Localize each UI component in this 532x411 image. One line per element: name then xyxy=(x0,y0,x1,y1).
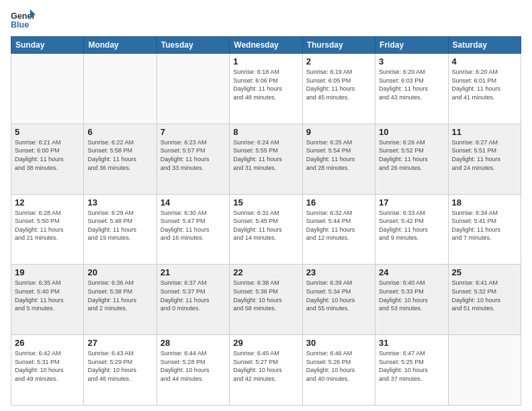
day-info: Sunrise: 6:18 AM Sunset: 6:06 PM Dayligh… xyxy=(233,68,298,101)
calendar-cell: 22Sunrise: 6:38 AM Sunset: 5:36 PM Dayli… xyxy=(230,265,302,335)
calendar-cell xyxy=(448,335,521,406)
weekday-header-row: SundayMondayTuesdayWednesdayThursdayFrid… xyxy=(11,37,521,54)
weekday-saturday: Saturday xyxy=(448,37,521,54)
calendar-cell: 25Sunrise: 6:41 AM Sunset: 5:32 PM Dayli… xyxy=(448,265,521,335)
day-number: 11 xyxy=(452,127,517,137)
day-info: Sunrise: 6:47 AM Sunset: 5:25 PM Dayligh… xyxy=(379,349,444,383)
day-info: Sunrise: 6:33 AM Sunset: 5:42 PM Dayligh… xyxy=(379,209,444,242)
calendar-week-2: 5Sunrise: 6:21 AM Sunset: 6:00 PM Daylig… xyxy=(11,124,521,194)
generalblue-logo-icon: General Blue xyxy=(11,8,35,32)
weekday-monday: Monday xyxy=(84,37,157,54)
day-number: 15 xyxy=(233,197,298,208)
weekday-wednesday: Wednesday xyxy=(230,37,302,54)
weekday-thursday: Thursday xyxy=(302,37,375,54)
day-number: 17 xyxy=(379,197,444,208)
day-number: 19 xyxy=(15,267,80,277)
calendar-cell: 23Sunrise: 6:39 AM Sunset: 5:34 PM Dayli… xyxy=(302,265,375,335)
calendar-cell: 21Sunrise: 6:37 AM Sunset: 5:37 PM Dayli… xyxy=(157,265,229,335)
day-info: Sunrise: 6:20 AM Sunset: 6:01 PM Dayligh… xyxy=(452,68,517,101)
calendar-cell: 26Sunrise: 6:42 AM Sunset: 5:31 PM Dayli… xyxy=(11,335,84,406)
day-info: Sunrise: 6:22 AM Sunset: 5:58 PM Dayligh… xyxy=(87,138,152,172)
calendar-cell: 19Sunrise: 6:35 AM Sunset: 5:40 PM Dayli… xyxy=(11,265,84,335)
calendar-cell: 6Sunrise: 6:22 AM Sunset: 5:58 PM Daylig… xyxy=(84,124,157,194)
day-info: Sunrise: 6:38 AM Sunset: 5:36 PM Dayligh… xyxy=(233,279,298,312)
day-number: 13 xyxy=(87,197,152,208)
day-number: 12 xyxy=(15,197,80,208)
day-info: Sunrise: 6:30 AM Sunset: 5:47 PM Dayligh… xyxy=(161,209,226,242)
calendar-cell: 28Sunrise: 6:44 AM Sunset: 5:28 PM Dayli… xyxy=(157,335,229,406)
day-info: Sunrise: 6:19 AM Sunset: 6:05 PM Dayligh… xyxy=(306,68,371,101)
day-info: Sunrise: 6:37 AM Sunset: 5:37 PM Dayligh… xyxy=(161,279,226,312)
day-number: 10 xyxy=(379,127,444,137)
day-info: Sunrise: 6:45 AM Sunset: 5:27 PM Dayligh… xyxy=(233,349,298,383)
calendar-cell: 5Sunrise: 6:21 AM Sunset: 6:00 PM Daylig… xyxy=(11,124,84,194)
calendar-cell: 24Sunrise: 6:40 AM Sunset: 5:33 PM Dayli… xyxy=(375,265,448,335)
day-info: Sunrise: 6:43 AM Sunset: 5:29 PM Dayligh… xyxy=(87,349,152,383)
day-number: 24 xyxy=(379,267,444,277)
svg-text:Blue: Blue xyxy=(11,20,29,30)
weekday-tuesday: Tuesday xyxy=(157,37,229,54)
calendar-cell: 18Sunrise: 6:34 AM Sunset: 5:41 PM Dayli… xyxy=(448,194,521,265)
page: General Blue SundayMondayTuesdayWednesda… xyxy=(0,0,532,411)
calendar-table: SundayMondayTuesdayWednesdayThursdayFrid… xyxy=(11,36,521,406)
calendar-cell: 20Sunrise: 6:36 AM Sunset: 5:38 PM Dayli… xyxy=(84,265,157,335)
day-info: Sunrise: 6:25 AM Sunset: 5:54 PM Dayligh… xyxy=(306,138,371,172)
day-number: 9 xyxy=(306,127,371,137)
calendar-week-3: 12Sunrise: 6:28 AM Sunset: 5:50 PM Dayli… xyxy=(11,194,521,265)
day-number: 25 xyxy=(452,267,517,277)
day-number: 1 xyxy=(233,56,298,66)
day-info: Sunrise: 6:42 AM Sunset: 5:31 PM Dayligh… xyxy=(15,349,80,383)
day-info: Sunrise: 6:31 AM Sunset: 5:45 PM Dayligh… xyxy=(233,209,298,242)
day-number: 6 xyxy=(87,127,152,137)
day-number: 26 xyxy=(15,338,80,348)
day-info: Sunrise: 6:36 AM Sunset: 5:38 PM Dayligh… xyxy=(87,279,152,312)
header: General Blue xyxy=(11,8,521,32)
day-number: 7 xyxy=(161,127,226,137)
day-number: 2 xyxy=(306,56,371,66)
day-info: Sunrise: 6:20 AM Sunset: 6:03 PM Dayligh… xyxy=(379,68,444,101)
day-number: 5 xyxy=(15,127,80,137)
day-number: 28 xyxy=(161,338,226,348)
day-number: 20 xyxy=(87,267,152,277)
calendar-cell: 13Sunrise: 6:29 AM Sunset: 5:48 PM Dayli… xyxy=(84,194,157,265)
day-info: Sunrise: 6:40 AM Sunset: 5:33 PM Dayligh… xyxy=(379,279,444,312)
calendar-cell: 29Sunrise: 6:45 AM Sunset: 5:27 PM Dayli… xyxy=(230,335,302,406)
calendar-week-4: 19Sunrise: 6:35 AM Sunset: 5:40 PM Dayli… xyxy=(11,265,521,335)
calendar-cell: 9Sunrise: 6:25 AM Sunset: 5:54 PM Daylig… xyxy=(302,124,375,194)
day-number: 18 xyxy=(452,197,517,208)
calendar-cell: 7Sunrise: 6:23 AM Sunset: 5:57 PM Daylig… xyxy=(157,124,229,194)
calendar-cell: 30Sunrise: 6:46 AM Sunset: 5:26 PM Dayli… xyxy=(302,335,375,406)
day-info: Sunrise: 6:24 AM Sunset: 5:55 PM Dayligh… xyxy=(233,138,298,172)
calendar-week-5: 26Sunrise: 6:42 AM Sunset: 5:31 PM Dayli… xyxy=(11,335,521,406)
day-number: 4 xyxy=(452,56,517,66)
day-info: Sunrise: 6:41 AM Sunset: 5:32 PM Dayligh… xyxy=(452,279,517,312)
day-number: 16 xyxy=(306,197,371,208)
calendar-cell: 14Sunrise: 6:30 AM Sunset: 5:47 PM Dayli… xyxy=(157,194,229,265)
calendar-cell xyxy=(11,54,84,124)
day-info: Sunrise: 6:39 AM Sunset: 5:34 PM Dayligh… xyxy=(306,279,371,312)
day-info: Sunrise: 6:32 AM Sunset: 5:44 PM Dayligh… xyxy=(306,209,371,242)
calendar-cell: 17Sunrise: 6:33 AM Sunset: 5:42 PM Dayli… xyxy=(375,194,448,265)
day-info: Sunrise: 6:46 AM Sunset: 5:26 PM Dayligh… xyxy=(306,349,371,383)
calendar-cell: 12Sunrise: 6:28 AM Sunset: 5:50 PM Dayli… xyxy=(11,194,84,265)
day-info: Sunrise: 6:21 AM Sunset: 6:00 PM Dayligh… xyxy=(15,138,80,172)
calendar-cell: 27Sunrise: 6:43 AM Sunset: 5:29 PM Dayli… xyxy=(84,335,157,406)
calendar-cell: 2Sunrise: 6:19 AM Sunset: 6:05 PM Daylig… xyxy=(302,54,375,124)
weekday-friday: Friday xyxy=(375,37,448,54)
day-number: 21 xyxy=(161,267,226,277)
day-number: 31 xyxy=(379,338,444,348)
calendar-cell: 4Sunrise: 6:20 AM Sunset: 6:01 PM Daylig… xyxy=(448,54,521,124)
calendar-week-1: 1Sunrise: 6:18 AM Sunset: 6:06 PM Daylig… xyxy=(11,54,521,124)
day-number: 14 xyxy=(161,197,226,208)
calendar-cell: 11Sunrise: 6:27 AM Sunset: 5:51 PM Dayli… xyxy=(448,124,521,194)
calendar-cell: 16Sunrise: 6:32 AM Sunset: 5:44 PM Dayli… xyxy=(302,194,375,265)
day-number: 27 xyxy=(87,338,152,348)
day-info: Sunrise: 6:35 AM Sunset: 5:40 PM Dayligh… xyxy=(15,279,80,312)
calendar-cell: 8Sunrise: 6:24 AM Sunset: 5:55 PM Daylig… xyxy=(230,124,302,194)
day-info: Sunrise: 6:23 AM Sunset: 5:57 PM Dayligh… xyxy=(161,138,226,172)
day-number: 29 xyxy=(233,338,298,348)
calendar-cell: 10Sunrise: 6:26 AM Sunset: 5:52 PM Dayli… xyxy=(375,124,448,194)
calendar-cell: 15Sunrise: 6:31 AM Sunset: 5:45 PM Dayli… xyxy=(230,194,302,265)
day-number: 23 xyxy=(306,267,371,277)
day-info: Sunrise: 6:28 AM Sunset: 5:50 PM Dayligh… xyxy=(15,209,80,242)
